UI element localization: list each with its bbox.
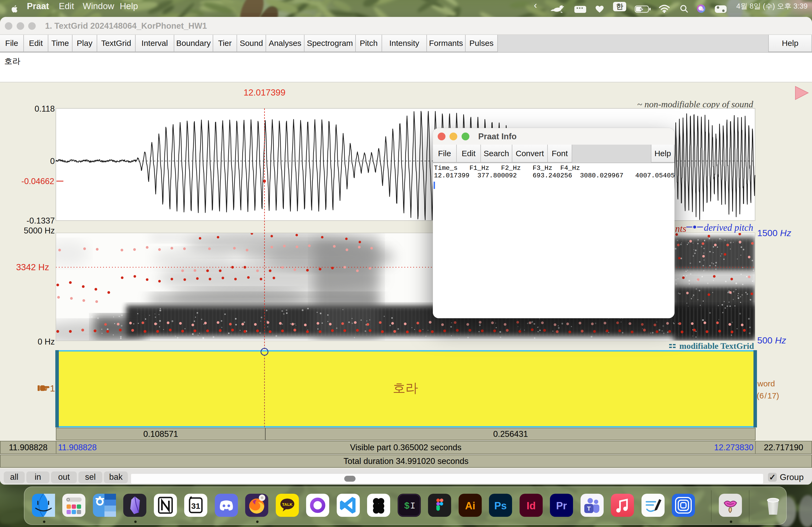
svg-text:0: 0 — [50, 156, 55, 166]
svg-text:modifiable TextGrid: modifiable TextGrid — [679, 341, 754, 351]
svg-text:1: 1 — [50, 383, 55, 393]
svg-text:12.017399: 12.017399 — [244, 88, 286, 97]
svg-text:3342 Hz: 3342 Hz — [16, 262, 49, 272]
svg-text:Ai: Ai — [465, 500, 475, 511]
svg-text:I: I — [410, 501, 416, 511]
svg-text:31: 31 — [191, 501, 200, 510]
svg-text:500 Hz: 500 Hz — [757, 335, 786, 345]
svg-text:(6 / 17): (6 / 17) — [757, 391, 779, 400]
svg-text:0 Hz: 0 Hz — [38, 337, 55, 346]
svg-text:Id: Id — [526, 500, 536, 511]
svg-text:Ps: Ps — [494, 500, 507, 511]
svg-text:0.118: 0.118 — [35, 104, 55, 114]
svg-text:1500 Hz: 1500 Hz — [757, 228, 791, 238]
svg-text:-0.04662: -0.04662 — [21, 177, 54, 186]
svg-text:word: word — [757, 379, 775, 388]
svg-text:$: $ — [404, 501, 409, 511]
svg-text:T: T — [587, 505, 591, 512]
svg-text:nts: nts — [675, 223, 686, 234]
svg-text:Pr: Pr — [556, 500, 567, 511]
svg-text:TALK: TALK — [282, 502, 293, 507]
svg-text:~ non-modifiable copy of sound: ~ non-modifiable copy of sound — [637, 99, 753, 109]
svg-text:5000 Hz: 5000 Hz — [24, 226, 55, 235]
svg-text:-0.1337: -0.1337 — [27, 216, 55, 225]
svg-text:호라: 호라 — [393, 381, 418, 395]
svg-text:derived pitch: derived pitch — [704, 223, 753, 233]
